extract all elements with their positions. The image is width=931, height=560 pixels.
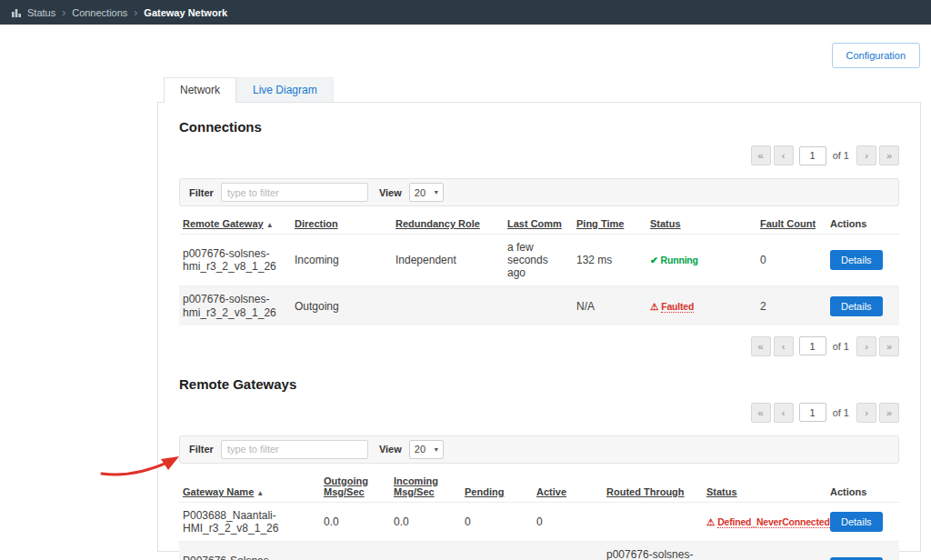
tab-live-diagram[interactable]: Live Diagram (236, 77, 334, 102)
pagination-first-button[interactable]: « (751, 403, 771, 423)
status-badge: ⚠Defined_NeverConnected (706, 516, 830, 527)
column-header-incoming-msg-sec[interactable]: Incoming Msg/Sec (390, 471, 461, 503)
status-cell: ⚠Faulted (646, 286, 756, 325)
pagination: « ‹ of 1 › » (751, 336, 899, 356)
sort-asc-icon: ▲ (256, 489, 264, 497)
incoming-msg-sec-cell: 0.3 (390, 542, 461, 560)
column-header-pending[interactable]: Pending (461, 471, 533, 503)
filter-bar: Filter View 20 ▾ (179, 178, 899, 206)
table-row: P003688_Naantali-HMI_r3_2_v8_1_26 0.0 0.… (179, 502, 899, 541)
breadcrumb-status[interactable]: Status (27, 7, 55, 18)
view-label: View (379, 187, 402, 198)
details-button[interactable]: Details (830, 250, 883, 270)
pagination-first-button[interactable]: « (751, 145, 771, 165)
routed-through-cell: p007676-solsnes-hmi_r3_2_v8_1_26 (603, 542, 703, 560)
view-select-value: 20 (415, 444, 425, 455)
remote-gateways-table: Gateway Name▲ Outgoing Msg/Sec Incoming … (179, 471, 899, 560)
pagination-next-button[interactable]: › (856, 336, 876, 356)
actions-cell: Details (826, 542, 899, 560)
view-label: View (379, 444, 402, 455)
sort-asc-icon: ▲ (266, 221, 274, 229)
gateway-name-cell: P007676-Solsnes-HMI_r3_2_v8_1_26 (179, 542, 320, 560)
pagination-page-input[interactable] (799, 403, 826, 422)
pagination-prev-button[interactable]: ‹ (774, 336, 794, 356)
chevron-down-icon: ▾ (435, 445, 438, 454)
routed-through-cell (603, 502, 703, 541)
pagination-prev-button[interactable]: ‹ (774, 403, 794, 423)
chevron-down-icon: ▾ (435, 188, 438, 196)
column-header-redundancy-role[interactable]: Redundancy Role (392, 214, 504, 235)
column-header-actions: Actions (826, 214, 899, 235)
pending-cell: 0 (461, 502, 533, 541)
pagination-last-button[interactable]: » (879, 336, 899, 356)
status-badge: ⚠Faulted (650, 301, 694, 312)
status-cell: ✔Connected (703, 542, 826, 560)
connections-title: Connections (179, 119, 899, 135)
status-badge: ✔Running (650, 255, 698, 265)
column-header-gateway-name[interactable]: Gateway Name▲ (179, 471, 320, 503)
chevron-right-icon: › (134, 6, 137, 19)
status-chart-icon (12, 8, 21, 17)
column-header-outgoing-msg-sec[interactable]: Outgoing Msg/Sec (320, 471, 390, 503)
column-header-last-comm[interactable]: Last Comm (504, 214, 573, 235)
breadcrumb-current-page: Gateway Network (144, 7, 227, 18)
pagination-next-button[interactable]: › (856, 145, 876, 165)
remote-gateway-cell: p007676-solsnes-hmi_r3_2_v8_1_26 (179, 286, 291, 325)
actions-cell: Details (826, 235, 899, 286)
column-header-routed-through[interactable]: Routed Through (603, 471, 703, 503)
column-header-remote-gateway[interactable]: Remote Gateway▲ (179, 214, 291, 235)
view-select[interactable]: 20 ▾ (409, 440, 444, 459)
pagination-page-input[interactable] (799, 336, 826, 355)
incoming-msg-sec-cell: 0.0 (390, 502, 461, 541)
column-header-active[interactable]: Active (533, 471, 603, 503)
details-button[interactable]: Details (830, 512, 883, 532)
warning-icon: ⚠ (706, 516, 715, 527)
column-header-status[interactable]: Status (646, 214, 756, 235)
gateway-name-cell: P003688_Naantali-HMI_r3_2_v8_1_26 (179, 502, 320, 541)
remote-gateways-header-row: Gateway Name▲ Outgoing Msg/Sec Incoming … (179, 471, 899, 503)
outgoing-msg-sec-cell: 0.0 (320, 502, 390, 541)
filter-input[interactable] (221, 440, 368, 459)
pagination-last-button[interactable]: » (879, 145, 899, 165)
column-header-status[interactable]: Status (703, 471, 826, 503)
ping-time-cell: N/A (573, 286, 646, 325)
pagination-page-input[interactable] (799, 146, 826, 165)
active-cell: 0 (533, 502, 603, 541)
pagination-last-button[interactable]: » (879, 403, 899, 423)
remote-gateway-cell: p007676-solsnes-hmi_r3_2_v8_1_26 (179, 235, 291, 286)
details-button[interactable]: Details (830, 296, 883, 316)
tab-network[interactable]: Network (164, 77, 236, 103)
connections-header-row: Remote Gateway▲ Direction Redundancy Rol… (179, 214, 899, 235)
actions-cell: Details (826, 286, 899, 325)
chevron-right-icon: › (62, 6, 65, 19)
actions-cell: Details (826, 502, 899, 541)
column-header-direction[interactable]: Direction (291, 214, 392, 235)
direction-cell: Incoming (291, 235, 392, 286)
ping-time-cell: 132 ms (573, 235, 646, 286)
remote-gateways-title: Remote Gateways (179, 376, 899, 392)
column-header-actions: Actions (826, 471, 899, 503)
redundancy-role-cell (392, 286, 504, 325)
check-icon: ✔ (650, 255, 658, 265)
pagination-next-button[interactable]: › (856, 403, 876, 423)
active-cell: 0 (533, 542, 603, 560)
fault-count-cell: 2 (756, 286, 826, 325)
pagination-of-label: of 1 (833, 150, 849, 161)
tab-bar: Network Live Diagram (164, 77, 334, 103)
pagination-prev-button[interactable]: ‹ (774, 145, 794, 165)
filter-input[interactable] (221, 183, 368, 202)
status-cell: ✔Running (646, 235, 756, 286)
pagination: « ‹ of 1 › » (751, 145, 899, 165)
direction-cell: Outgoing (291, 286, 392, 325)
last-comm-cell: a few seconds ago (504, 235, 573, 286)
breadcrumb: Status › Connections › Gateway Network (0, 0, 931, 25)
column-header-fault-count[interactable]: Fault Count (756, 214, 826, 235)
breadcrumb-connections[interactable]: Connections (72, 7, 127, 18)
configuration-button[interactable]: Configuration (832, 43, 920, 68)
column-header-ping-time[interactable]: Ping Time (573, 214, 646, 235)
main-panel: Connections « ‹ of 1 › » Filter View 20 … (157, 102, 921, 552)
view-select[interactable]: 20 ▾ (409, 183, 444, 202)
pagination-first-button[interactable]: « (751, 336, 771, 356)
last-comm-cell (504, 286, 573, 325)
status-cell: ⚠Defined_NeverConnected (703, 502, 826, 541)
